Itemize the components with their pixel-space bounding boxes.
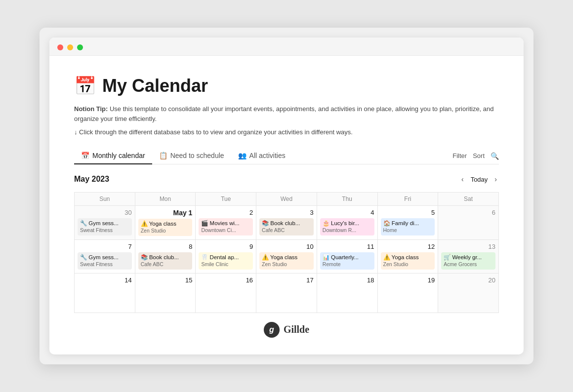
next-month-button[interactable]: › — [492, 174, 499, 184]
event-yoga-may1[interactable]: ⚠️ Yoga class Zen Studio — [138, 219, 193, 236]
cal-cell-may15: 15 — [135, 273, 196, 313]
page-title: My Calendar — [102, 76, 208, 96]
filter-button[interactable]: Filter — [452, 152, 467, 159]
calendar-grid: Sun Mon Tue Wed Thu Fri Sat 30 — [74, 192, 499, 313]
event-location: Zen Studio — [141, 228, 190, 235]
date-may16: 16 — [199, 275, 253, 286]
calendar-row-1: 30 🔧 Gym sess... Sweat Fitness May 1 ⚠️ … — [75, 206, 499, 240]
event-title: ⚠️ Yoga class — [262, 254, 311, 261]
cal-cell-may17: 17 — [256, 273, 317, 313]
event-title: 🔧 Gym sess... — [80, 254, 129, 261]
event-location: Cafe ABC — [262, 227, 311, 234]
date-may13: 13 — [441, 242, 495, 252]
cal-cell-may1: May 1 ⚠️ Yoga class Zen Studio — [135, 206, 196, 240]
date-may19: 19 — [381, 275, 435, 286]
event-title: 🔧 Gym sess... — [80, 220, 129, 227]
schedule-tab-label: Need to schedule — [170, 152, 224, 159]
tab-schedule[interactable]: 📋 Need to schedule — [152, 148, 231, 164]
event-bookclub-may8[interactable]: 📚 Book club... Cafe ABC — [138, 252, 193, 270]
sort-button[interactable]: Sort — [473, 152, 485, 159]
calendar-row-3: 14 15 16 17 18 — [75, 273, 499, 313]
cal-cell-may9: 9 🦷 Dental ap... Smile Clinic — [196, 240, 256, 274]
date-may10: 10 — [259, 242, 314, 252]
date-may6: 6 — [441, 208, 495, 218]
event-quarterly-may11[interactable]: 📊 Quarterly... Remote — [320, 252, 374, 270]
date-may3: 3 — [259, 208, 314, 218]
cal-cell-may18: 18 — [317, 273, 377, 313]
day-header-sat: Sat — [438, 193, 499, 206]
cal-cell-may8: 8 📚 Book club... Cafe ABC — [135, 240, 196, 274]
date-may11: 11 — [320, 242, 374, 252]
schedule-tab-icon: 📋 — [159, 152, 167, 159]
minimize-button[interactable] — [67, 44, 73, 50]
cal-cell-may10: 10 ⚠️ Yoga class Zen Studio — [256, 240, 317, 274]
all-tab-icon: 👥 — [238, 152, 246, 159]
cal-cell-may19: 19 — [377, 273, 438, 313]
day-header-sun: Sun — [75, 193, 135, 206]
event-title: 📚 Book club... — [262, 220, 311, 227]
cal-cell-may3: 3 📚 Book club... Cafe ABC — [256, 206, 317, 240]
date-may7: 7 — [78, 242, 132, 252]
click-hint: ↓ Click through the different database t… — [74, 128, 499, 136]
cal-cell-may2: 2 🎬 Movies wi... Downtown Ci... — [196, 206, 256, 240]
today-button[interactable]: Today — [471, 176, 488, 183]
event-movies-may2[interactable]: 🎬 Movies wi... Downtown Ci... — [199, 218, 253, 235]
event-birthday-may4[interactable]: 🎂 Lucy's bir... Downtown R... — [320, 218, 374, 235]
date-may18: 18 — [320, 275, 374, 286]
content: 📅 My Calendar Notion Tip: Use this templ… — [49, 56, 524, 354]
event-title: 📊 Quarterly... — [323, 254, 372, 261]
event-location: Downtown R... — [323, 227, 372, 234]
footer-brand-name: Gillde — [284, 324, 309, 335]
event-location: Zen Studio — [262, 261, 311, 268]
cal-cell-apr30: 30 🔧 Gym sess... Sweat Fitness — [75, 206, 135, 240]
event-gym-may7[interactable]: 🔧 Gym sess... Sweat Fitness — [78, 252, 132, 270]
search-icon[interactable]: 🔍 — [491, 152, 499, 160]
event-location: Sweat Fitness — [80, 227, 129, 234]
event-grocery-may13[interactable]: 🛒 Weekly gr... Acme Grocers — [441, 252, 495, 270]
cal-cell-may7: 7 🔧 Gym sess... Sweat Fitness — [75, 240, 135, 274]
event-location: Acme Grocers — [444, 261, 493, 268]
tabs-list: 📅 Monthly calendar 📋 Need to schedule 👥 … — [74, 148, 452, 164]
cal-cell-may5: 5 🏠 Family di... Home — [377, 206, 438, 240]
event-gym-apr30[interactable]: 🔧 Gym sess... Sweat Fitness — [78, 218, 132, 235]
event-location: Cafe ABC — [141, 261, 190, 268]
date-may2: 2 — [199, 208, 253, 218]
event-yoga-may10[interactable]: ⚠️ Yoga class Zen Studio — [259, 252, 314, 270]
event-title: ⚠️ Yoga class — [141, 220, 190, 228]
date-may15: 15 — [138, 275, 193, 286]
calendar-month-title: May 2023 — [74, 175, 109, 184]
calendar-nav: ‹ Today › — [459, 174, 499, 184]
event-title: 🎂 Lucy's bir... — [323, 220, 372, 227]
day-header-mon: Mon — [135, 193, 196, 206]
prev-month-button[interactable]: ‹ — [459, 174, 466, 184]
event-location: Home — [383, 227, 433, 234]
cal-cell-may14: 14 — [75, 273, 135, 313]
maximize-button[interactable] — [77, 44, 83, 50]
day-header-fri: Fri — [377, 193, 438, 206]
event-location: Zen Studio — [383, 261, 433, 268]
event-title: ⚠️ Yoga class — [383, 254, 433, 261]
date-may1: May 1 — [138, 208, 193, 219]
screen: 📅 My Calendar Notion Tip: Use this templ… — [40, 28, 533, 364]
event-title: 🎬 Movies wi... — [201, 220, 250, 227]
toolbar: Filter Sort 🔍 — [452, 152, 499, 160]
tab-all[interactable]: 👥 All activities — [231, 148, 292, 164]
day-header-wed: Wed — [256, 193, 317, 206]
close-button[interactable] — [57, 44, 63, 50]
window: 📅 My Calendar Notion Tip: Use this templ… — [49, 38, 524, 354]
cal-cell-may11: 11 📊 Quarterly... Remote — [317, 240, 377, 274]
footer-logo: g — [264, 322, 280, 338]
cal-cell-may20: 20 — [438, 273, 499, 313]
tab-monthly[interactable]: 📅 Monthly calendar — [74, 148, 152, 164]
event-dental-may9[interactable]: 🦷 Dental ap... Smile Clinic — [199, 252, 253, 270]
event-bookclub-may3[interactable]: 📚 Book club... Cafe ABC — [259, 218, 314, 235]
event-family-may5[interactable]: 🏠 Family di... Home — [381, 218, 435, 235]
date-may5: 5 — [381, 208, 435, 218]
notion-tip-label: Notion Tip: — [74, 105, 108, 113]
cal-cell-may16: 16 — [196, 273, 256, 313]
event-yoga-may12[interactable]: ⚠️ Yoga class Zen Studio — [381, 252, 435, 270]
event-title: 🏠 Family di... — [383, 220, 433, 227]
notion-tip: Notion Tip: Use this template to consoli… — [74, 104, 499, 123]
event-title: 📚 Book club... — [141, 254, 190, 261]
date-may20: 20 — [441, 275, 495, 286]
